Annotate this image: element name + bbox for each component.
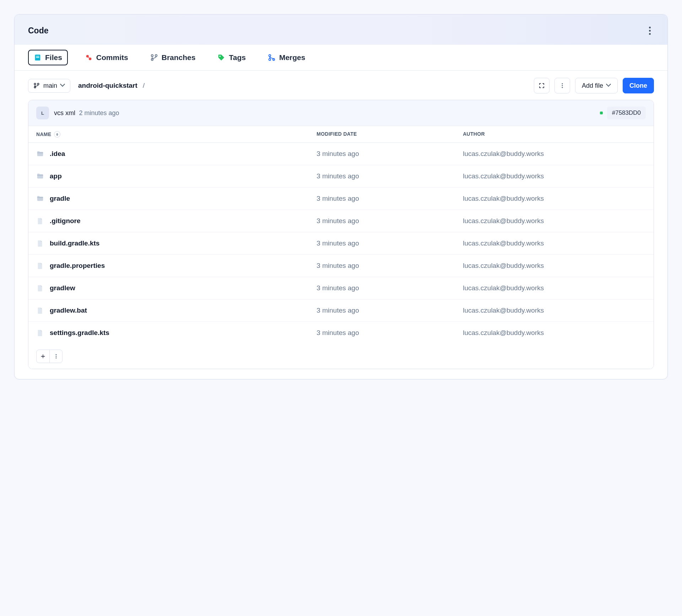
file-name: gradlew — [50, 284, 75, 292]
file-author: lucas.czulak@buddy.works — [463, 150, 646, 158]
table-row[interactable]: app3 minutes agolucas.czulak@buddy.works — [28, 165, 654, 188]
add-file-button[interactable]: Add file — [575, 78, 618, 93]
avatar: L — [36, 107, 49, 119]
table-row[interactable]: gradlew3 minutes agolucas.czulak@buddy.w… — [28, 277, 654, 299]
svg-point-19 — [55, 356, 56, 357]
svg-point-16 — [562, 85, 563, 86]
branch-selector[interactable]: main — [28, 79, 70, 93]
toolbar-more-button[interactable] — [554, 78, 570, 93]
table-row[interactable]: .gitignore3 minutes agolucas.czulak@budd… — [28, 210, 654, 232]
add-button[interactable] — [37, 350, 49, 363]
file-modified: 3 minutes ago — [316, 150, 463, 158]
dots-vertical-icon — [559, 82, 565, 89]
fullscreen-button[interactable] — [534, 78, 550, 93]
svg-point-9 — [269, 55, 271, 57]
column-name[interactable]: NAME — [36, 131, 51, 137]
dots-vertical-icon — [53, 353, 59, 359]
file-icon — [36, 217, 44, 225]
card-more-button[interactable] — [645, 25, 654, 37]
table-row[interactable]: gradle.properties3 minutes agolucas.czul… — [28, 255, 654, 277]
table-row[interactable]: settings.gradle.kts3 minutes agolucas.cz… — [28, 322, 654, 344]
file-modified: 3 minutes ago — [316, 217, 463, 225]
tabs: FilesCommitsBranchesTagsMerges — [15, 45, 667, 71]
column-modified[interactable]: MODIFIED DATE — [316, 131, 463, 137]
tab-label: Tags — [229, 53, 245, 62]
file-name: .idea — [50, 150, 65, 158]
file-author: lucas.czulak@buddy.works — [463, 284, 646, 292]
file-author: lucas.czulak@buddy.works — [463, 329, 646, 337]
chevron-down-icon — [607, 83, 611, 88]
file-panel: L vcs xml 2 minutes ago #7583DD0 NAME MO… — [28, 100, 654, 369]
file-icon — [36, 262, 44, 270]
file-name: gradlew.bat — [50, 307, 87, 314]
branch-name: main — [43, 82, 57, 90]
panel-footer — [28, 344, 654, 369]
tab-commits-icon — [85, 54, 93, 61]
file-name: app — [50, 172, 62, 180]
tab-files[interactable]: Files — [28, 50, 68, 65]
file-icon — [36, 239, 44, 247]
file-modified: 3 minutes ago — [316, 329, 463, 337]
commit-hash[interactable]: #7583DD0 — [607, 107, 646, 119]
branch-icon — [33, 82, 40, 89]
tab-tags[interactable]: Tags — [212, 50, 250, 65]
svg-point-17 — [562, 87, 563, 88]
file-icon — [36, 284, 44, 292]
file-name: gradle — [50, 195, 70, 202]
svg-point-5 — [151, 55, 153, 57]
folder-icon — [36, 150, 44, 158]
file-author: lucas.czulak@buddy.works — [463, 307, 646, 314]
file-author: lucas.czulak@buddy.works — [463, 239, 646, 247]
table-row[interactable]: .idea3 minutes agolucas.czulak@buddy.wor… — [28, 143, 654, 165]
page-title: Code — [28, 26, 49, 36]
fullscreen-icon — [538, 82, 545, 89]
status-indicator — [600, 112, 603, 114]
tab-label: Branches — [162, 53, 196, 62]
file-name: settings.gradle.kts — [50, 329, 109, 337]
column-author[interactable]: AUTHOR — [463, 131, 646, 137]
file-modified: 3 minutes ago — [316, 284, 463, 292]
footer-actions — [36, 350, 63, 363]
table-row[interactable]: build.gradle.kts3 minutes agolucas.czula… — [28, 232, 654, 255]
plus-icon — [40, 353, 46, 359]
sort-icon[interactable] — [54, 131, 60, 137]
table-row[interactable]: gradlew.bat3 minutes agolucas.czulak@bud… — [28, 299, 654, 322]
tab-tags-icon — [217, 54, 225, 61]
latest-commit-row: L vcs xml 2 minutes ago #7583DD0 — [28, 100, 654, 126]
breadcrumb[interactable]: android-quickstart / — [78, 82, 148, 90]
toolbar: main android-quickstart / Add file Clone — [15, 71, 667, 100]
file-icon — [36, 329, 44, 337]
svg-point-20 — [55, 357, 56, 358]
svg-point-8 — [220, 56, 221, 57]
commit-message[interactable]: vcs xml — [54, 109, 75, 117]
add-file-label: Add file — [582, 82, 603, 90]
svg-point-10 — [269, 59, 271, 61]
file-name: .gitignore — [50, 217, 81, 225]
tab-commits[interactable]: Commits — [80, 50, 133, 65]
card-header: Code — [15, 15, 667, 45]
file-modified: 3 minutes ago — [316, 239, 463, 247]
tab-branches[interactable]: Branches — [145, 50, 201, 65]
svg-point-7 — [155, 55, 157, 57]
svg-point-15 — [562, 83, 563, 84]
tab-merges[interactable]: Merges — [263, 50, 310, 65]
commit-time: 2 minutes ago — [79, 109, 119, 117]
tab-branches-icon — [150, 54, 158, 61]
tab-label: Files — [45, 53, 62, 62]
tab-merges-icon — [268, 54, 276, 61]
breadcrumb-root[interactable]: android-quickstart — [78, 82, 137, 89]
file-author: lucas.czulak@buddy.works — [463, 217, 646, 225]
code-card: Code FilesCommitsBranchesTagsMerges main… — [14, 14, 668, 379]
tab-files-icon — [34, 54, 42, 61]
svg-point-18 — [55, 354, 56, 355]
folder-icon — [36, 172, 44, 180]
clone-label: Clone — [629, 82, 647, 90]
file-name: gradle.properties — [50, 262, 105, 270]
footer-more-button[interactable] — [49, 350, 62, 363]
table-row[interactable]: gradle3 minutes agolucas.czulak@buddy.wo… — [28, 188, 654, 210]
clone-button[interactable]: Clone — [623, 78, 654, 93]
svg-point-12 — [34, 83, 36, 85]
svg-rect-1 — [36, 56, 39, 56]
table-header: NAME MODIFIED DATE AUTHOR — [28, 126, 654, 143]
tab-label: Merges — [279, 53, 305, 62]
